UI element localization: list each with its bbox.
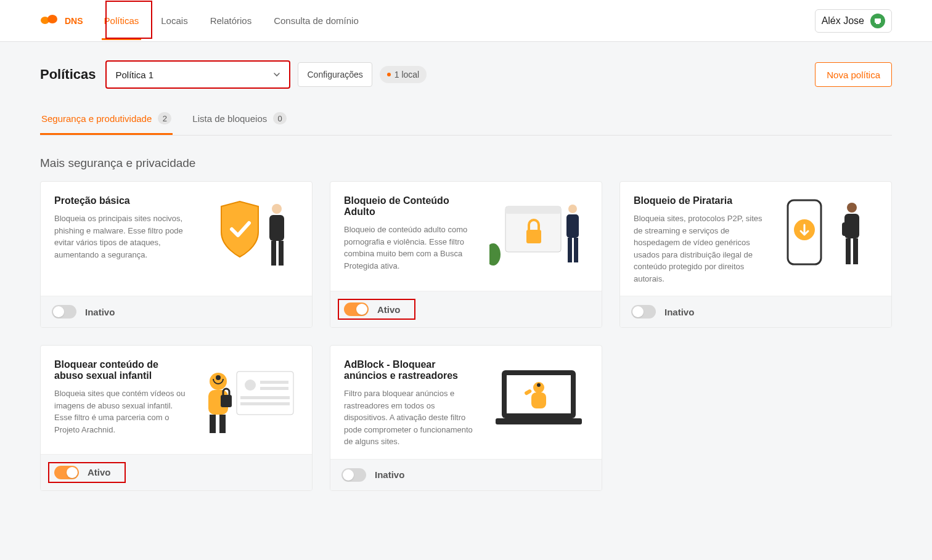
tab-label: Segurança e produtividade (41, 113, 152, 124)
tabs: Segurança e produtividade 2 Lista de blo… (40, 106, 892, 136)
svg-point-1 (47, 15, 57, 23)
svg-point-11 (489, 243, 501, 266)
card-desc: Filtro para bloquear anúncios e rastread… (344, 388, 480, 448)
location-badge-text: 1 local (394, 70, 419, 79)
tab-security-productivity[interactable]: Segurança e produtividade 2 (40, 106, 173, 135)
card-desc: Bloqueia sites que contém vídeos ou imag… (54, 388, 190, 436)
svg-point-4 (272, 204, 282, 214)
tab-count-badge: 0 (273, 112, 287, 124)
logo-text: DNS (65, 16, 83, 26)
new-policy-button[interactable]: Nova política (815, 62, 892, 87)
toggle-adblock[interactable] (341, 468, 366, 482)
toggle-label: Inativo (375, 469, 404, 480)
phone-illustration-icon (779, 195, 878, 275)
svg-point-12 (568, 205, 577, 213)
user-name: Aléx Jose (822, 15, 864, 26)
svg-rect-28 (240, 402, 290, 405)
card-csam-block: Bloquear conteúdo de abuso sexual infant… (40, 345, 313, 491)
chevron-down-icon (273, 70, 280, 80)
card-basic-protection: Proteção básica Bloqueia os principais s… (40, 181, 313, 328)
toggle-label: Ativo (88, 467, 111, 477)
tab-count-badge: 2 (158, 112, 171, 124)
svg-rect-40 (531, 392, 546, 408)
content: Políticas Política 1 Configurações 1 loc… (0, 42, 932, 509)
svg-point-30 (216, 375, 221, 380)
card-desc: Bloqueio de conteúdo adulto como pornogr… (344, 224, 480, 272)
nav-domain-lookup[interactable]: Consulta de domínio (271, 2, 361, 40)
card-footer: Ativo (330, 291, 602, 327)
dot-icon (387, 73, 391, 76)
logo-icon (40, 13, 59, 29)
card-footer: Inativo (620, 296, 891, 327)
nav-reports[interactable]: Relatórios (208, 2, 255, 40)
svg-rect-23 (237, 371, 293, 415)
svg-point-24 (245, 379, 256, 391)
svg-rect-25 (260, 381, 288, 384)
svg-rect-33 (210, 415, 216, 433)
user-menu[interactable]: Aléx Jose (815, 9, 892, 33)
svg-rect-27 (240, 396, 290, 399)
toggle-piracy[interactable] (631, 305, 656, 319)
svg-rect-34 (219, 415, 226, 433)
page-header-row: Políticas Política 1 Configurações 1 loc… (40, 60, 892, 89)
main-nav: Políticas Locais Relatórios Consulta de … (102, 2, 815, 40)
svg-rect-7 (279, 241, 284, 266)
agent-illustration-icon (200, 359, 298, 439)
toggle-label: Ativo (377, 304, 401, 315)
tab-blocklist[interactable]: Lista de bloqueios 0 (191, 106, 288, 135)
card-desc: Bloqueia os principais sites nocivos, ph… (54, 213, 190, 261)
toggle-adult-content[interactable] (344, 302, 369, 316)
section-title: Mais segurança e privacidade (40, 156, 892, 170)
svg-rect-6 (271, 241, 276, 266)
tab-label: Lista de bloqueios (192, 113, 267, 124)
svg-rect-26 (260, 387, 288, 390)
card-footer: Ativo (41, 454, 312, 490)
highlight-overlay: Ativo (48, 462, 126, 483)
card-footer: Inativo (41, 296, 312, 327)
avatar-icon (870, 14, 885, 28)
svg-rect-22 (853, 238, 858, 264)
card-piracy-block: Bloqueio de Pirataria Bloqueia sites, pr… (619, 181, 892, 328)
card-desc: Bloqueia sites, protocolos P2P, sites de… (634, 213, 769, 285)
page-title: Políticas (40, 67, 96, 83)
laptop-illustration-icon (489, 359, 588, 439)
cards-grid: Proteção básica Bloqueia os principais s… (40, 181, 892, 491)
shield-illustration-icon (200, 195, 298, 275)
svg-rect-20 (842, 222, 847, 236)
svg-rect-3 (876, 22, 880, 24)
svg-point-18 (847, 203, 857, 213)
nav-locations[interactable]: Locais (158, 2, 190, 40)
topbar: DNS Políticas Locais Relatórios Consulta… (0, 0, 932, 42)
card-adult-content-block: Bloqueio de Conteúdo Adulto Bloqueio de … (330, 181, 602, 328)
svg-point-39 (537, 383, 541, 387)
svg-rect-14 (568, 238, 572, 262)
nav-policies[interactable]: Políticas (102, 2, 142, 40)
svg-rect-9 (505, 206, 561, 214)
svg-rect-5 (269, 215, 284, 241)
logo[interactable]: DNS (40, 13, 83, 29)
svg-rect-37 (496, 418, 582, 424)
svg-rect-13 (566, 214, 579, 238)
toggle-basic-protection[interactable] (52, 305, 76, 319)
config-button[interactable]: Configurações (298, 62, 372, 87)
toggle-label: Inativo (664, 307, 694, 317)
svg-rect-15 (574, 238, 578, 262)
card-title: Bloqueio de Pirataria (634, 195, 769, 206)
location-badge[interactable]: 1 local (380, 66, 427, 83)
card-adblock: AdBlock - Bloquear anúncios e rastreador… (330, 345, 602, 491)
svg-rect-21 (846, 238, 851, 264)
policy-select-value: Política 1 (115, 70, 153, 80)
svg-rect-2 (875, 18, 881, 23)
policy-select[interactable]: Política 1 (105, 60, 290, 89)
card-title: Bloquear conteúdo de abuso sexual infant… (54, 359, 190, 381)
toggle-csam[interactable] (54, 466, 79, 479)
svg-rect-32 (221, 395, 232, 407)
card-title: AdBlock - Bloquear anúncios e rastreador… (344, 359, 480, 381)
svg-rect-10 (526, 230, 541, 243)
lock-illustration-icon (489, 195, 588, 275)
toggle-label: Inativo (85, 307, 115, 317)
highlight-overlay: Ativo (338, 299, 415, 320)
card-title: Bloqueio de Conteúdo Adulto (344, 195, 480, 217)
card-title: Proteção básica (54, 195, 190, 206)
card-footer: Inativo (330, 459, 602, 490)
